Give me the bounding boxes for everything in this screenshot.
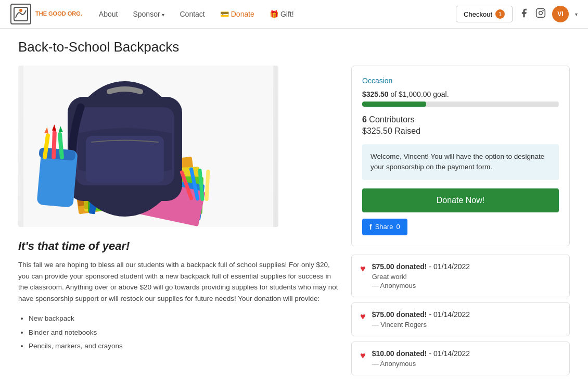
navbar: THE GOOD ORG. About Sponsor ▾ Contact 💳 … — [0, 0, 588, 29]
donation-info-2: $75.00 donated! - 01/14/2022 — Vincent R… — [372, 310, 561, 328]
supply-item: Binder and notebooks — [29, 326, 339, 339]
donation-amount-1: $75.00 donated! - 01/14/2022 — [372, 262, 561, 271]
nav-links: About Sponsor ▾ Contact 💳 Donate 🎁 Gift! — [93, 7, 456, 21]
welcome-message: Welcome, Vincent! You will have the opti… — [370, 153, 544, 171]
donation-donor-3: — Anonymous — [372, 360, 561, 368]
campaign-description: This fall we are hoping to bless all our… — [18, 259, 339, 304]
facebook-link[interactable] — [519, 8, 529, 20]
donation-message-1: Great work! — [372, 273, 561, 281]
share-count: 0 — [396, 223, 400, 231]
brand-name: THE GOOD ORG. — [35, 10, 82, 17]
svg-point-1 — [19, 9, 22, 12]
navbar-right: Checkout 1 VI ▾ — [456, 6, 578, 22]
heart-icon-2: ♥ — [360, 311, 366, 322]
goal-amount: $1,000.00 — [399, 90, 431, 98]
page-title: Back-to-School Backpacks — [18, 39, 570, 55]
donate-now-button[interactable]: Donate Now! — [362, 188, 559, 212]
nav-gift[interactable]: 🎁 Gift! — [263, 7, 300, 21]
svg-point-4 — [543, 10, 543, 11]
donation-donor-2: — Vincent Rogers — [372, 321, 561, 328]
nav-about[interactable]: About — [93, 7, 124, 21]
supplies-list: New backpack Binder and notebooks Pencil… — [29, 312, 339, 352]
progress-bar-container — [362, 102, 559, 107]
brand-logo-link[interactable]: THE GOOD ORG. — [10, 4, 82, 24]
brand-logo — [10, 4, 31, 24]
checkout-button[interactable]: Checkout 1 — [456, 6, 513, 22]
instagram-link[interactable] — [535, 8, 546, 20]
facebook-share-button[interactable]: f Share 0 — [362, 219, 407, 235]
nav-sponsor[interactable]: Sponsor ▾ — [126, 7, 171, 21]
goal-suffix: goal. — [433, 90, 449, 98]
contributors-stat: 6 Contributors — [362, 115, 559, 124]
main-content: Back-to-School Backpacks — [8, 29, 580, 391]
campaign-image — [18, 66, 278, 227]
donate-card-icon: 💳 — [220, 10, 229, 18]
nav-contact[interactable]: Contact — [173, 7, 211, 21]
occasion-label: Occasion — [362, 77, 559, 85]
svg-rect-25 — [86, 136, 164, 183]
sponsor-dropdown-icon: ▾ — [162, 12, 164, 18]
goal-text: $325.50 of $1,000.00 goal. — [362, 90, 559, 98]
checkout-badge: 1 — [495, 9, 505, 19]
svg-point-3 — [539, 11, 543, 15]
supply-item: New backpack — [29, 312, 339, 325]
donation-donor-1: — Anonymous — [372, 282, 561, 289]
donation-amount-3: $10.00 donated! - 01/14/2022 — [372, 349, 561, 358]
raised-amount: $325.50 — [362, 90, 389, 98]
content-layout: It's that time of year! This fall we are… — [18, 66, 570, 381]
heart-icon-1: ♥ — [360, 263, 366, 274]
donation-info-3: $10.00 donated! - 01/14/2022 — Anonymous — [372, 349, 561, 368]
logo-icon — [13, 6, 29, 22]
right-column: Occasion $325.50 of $1,000.00 goal. 6 Co… — [351, 66, 570, 381]
donation-card-1: ♥ $75.00 donated! - 01/14/2022 Great wor… — [351, 255, 570, 297]
welcome-box: Welcome, Vincent! You will have the opti… — [362, 144, 559, 180]
backpack-illustration — [23, 66, 273, 227]
donation-info-1: $75.00 donated! - 01/14/2022 Great work!… — [372, 262, 561, 289]
left-column: It's that time of year! This fall we are… — [18, 66, 339, 353]
progress-bar-fill — [362, 102, 426, 107]
gift-icon: 🎁 — [270, 10, 278, 18]
facebook-icon — [519, 8, 529, 18]
donation-card-2: ♥ $75.00 donated! - 01/14/2022 — Vincent… — [351, 302, 570, 336]
heart-icon-3: ♥ — [360, 350, 366, 361]
donation-panel: Occasion $325.50 of $1,000.00 goal. 6 Co… — [351, 66, 570, 246]
donation-amount-2: $75.00 donated! - 01/14/2022 — [372, 310, 561, 319]
facebook-icon: f — [369, 223, 372, 231]
raised-stat: $325.50 Raised — [362, 127, 559, 136]
user-avatar[interactable]: VI — [552, 6, 569, 22]
raised-display: $325.50 Raised — [362, 127, 420, 135]
svg-rect-2 — [536, 9, 545, 18]
campaign-subtitle: It's that time of year! — [18, 239, 339, 253]
nav-donate[interactable]: 💳 Donate — [214, 7, 261, 21]
supply-item: Pencils, markers, and crayons — [29, 340, 339, 352]
donation-card-3: ♥ $10.00 donated! - 01/14/2022 — Anonymo… — [351, 342, 570, 375]
instagram-icon — [535, 8, 546, 18]
contributors-count: 6 — [362, 115, 367, 124]
avatar-dropdown-icon[interactable]: ▾ — [575, 11, 578, 17]
